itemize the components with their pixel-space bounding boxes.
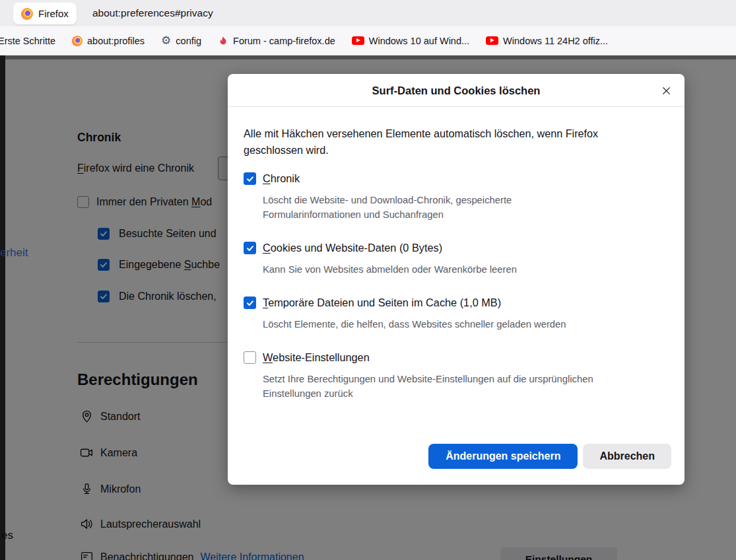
item-description: Löscht Elemente, die helfen, dass Websit… (263, 317, 659, 332)
dialog-intro-text: Alle mit Häkchen versehenen Elemente aut… (244, 125, 648, 158)
bookmarks-toolbar: Erste Schritte about:profiles ⚙ config F… (0, 26, 736, 55)
youtube-icon (352, 36, 364, 45)
dialog-buttons: Änderungen speichern Abbrechen (428, 444, 671, 469)
tab-title: Firefox (38, 8, 69, 19)
cancel-button[interactable]: Abbrechen (583, 444, 671, 469)
dialog-item-website-einstellungen: Website-Einstellungen Setzt Ihre Berecht… (244, 351, 669, 401)
dialog-item-cache: Temporäre Dateien und Seiten im Cache (1… (244, 297, 669, 332)
dialog-item-cookies: Cookies und Website-Daten (0 Bytes) Kann… (244, 242, 669, 277)
gear-icon: ⚙ (161, 35, 171, 46)
checkbox[interactable] (244, 172, 256, 185)
tab-firefox[interactable]: Firefox (13, 3, 77, 24)
bookmark-config[interactable]: ⚙ config (161, 35, 201, 46)
bookmark-windows11-video[interactable]: Windows 11 24H2 offiz... (486, 36, 608, 46)
bookmark-forum-camp-firefox[interactable]: Forum - camp-firefox.de (218, 36, 335, 46)
clear-data-dialog: Surf-Daten und Cookies löschen Alle mit … (228, 74, 685, 485)
dialog-item-chronik: Chronik Löscht die Website- und Download… (244, 172, 669, 222)
firefox-icon (21, 8, 33, 20)
bookmark-about-profiles[interactable]: about:profiles (72, 36, 145, 46)
checkbox[interactable] (244, 242, 256, 254)
dialog-body: Alle mit Häkchen versehenen Elemente aut… (228, 125, 685, 401)
item-description: Löscht die Website- und Download-Chronik… (263, 193, 560, 222)
dialog-title: Surf-Daten und Cookies löschen (228, 74, 685, 107)
checkbox[interactable] (244, 297, 256, 309)
youtube-icon (486, 36, 498, 45)
checkbox[interactable] (244, 351, 256, 364)
close-icon (661, 85, 672, 96)
bookmark-erste-schritte[interactable]: Erste Schritte (0, 36, 55, 46)
bookmark-windows10-video[interactable]: Windows 10 auf Wind... (352, 36, 469, 46)
flame-icon (218, 36, 228, 46)
item-description: Setzt Ihre Berechtigungen und Website-Ei… (263, 372, 642, 401)
close-button[interactable] (658, 83, 674, 98)
address-bar-url[interactable]: about:preferences#privacy (92, 0, 213, 26)
item-description: Kann Sie von Websites abmelden oder Ware… (263, 262, 659, 277)
dialog-header: Surf-Daten und Cookies löschen (228, 74, 685, 107)
tab-bar: Firefox about:preferences#privacy (0, 0, 736, 26)
browser-window: Firefox about:preferences#privacy Erste … (0, 0, 736, 560)
firefox-icon (72, 36, 83, 46)
save-changes-button[interactable]: Änderungen speichern (428, 444, 578, 469)
